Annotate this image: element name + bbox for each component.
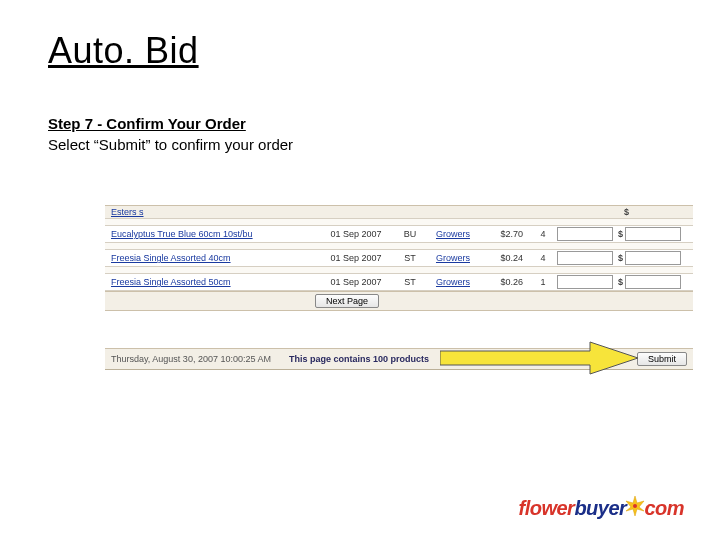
cell-units: 1 [529, 277, 557, 287]
cell-code: ST [395, 253, 425, 263]
pager-row: Next Page [105, 291, 693, 311]
table-row: Freesia Single Assorted 50cm 01 Sep 2007… [105, 273, 693, 291]
currency-symbol: $ [617, 229, 625, 239]
grower-link[interactable]: Growers [425, 277, 481, 287]
table-row: Eucalyptus True Blue 60cm 10st/bu 01 Sep… [105, 225, 693, 243]
currency-symbol: $ [623, 207, 631, 217]
status-bar: Thursday, August 30, 2007 10:00:25 AM Th… [105, 348, 693, 370]
logo: flowerbuyercom [519, 493, 685, 520]
product-link[interactable]: Freesia Single Assorted 40cm [107, 253, 317, 263]
grid-header-stub: Esters s $ [105, 205, 693, 219]
cell-code: ST [395, 277, 425, 287]
cell-price: $0.26 [481, 277, 529, 287]
table-row: Freesia Single Assorted 40cm 01 Sep 2007… [105, 249, 693, 267]
logo-part3: com [644, 497, 684, 519]
bid-input[interactable] [625, 251, 681, 265]
cell-units: 4 [529, 229, 557, 239]
submit-button[interactable]: Submit [637, 352, 687, 366]
currency-symbol: $ [617, 253, 625, 263]
cell-date: 01 Sep 2007 [317, 277, 395, 287]
cell-price: $2.70 [481, 229, 529, 239]
qty-input[interactable] [557, 275, 613, 289]
timestamp-text: Thursday, August 30, 2007 10:00:25 AM [111, 354, 271, 364]
logo-part2: buyer [574, 497, 626, 519]
product-link[interactable]: Eucalyptus True Blue 60cm 10st/bu [107, 229, 317, 239]
slide-title: Auto. Bid [48, 30, 199, 72]
step-heading: Step 7 - Confirm Your Order [48, 115, 246, 132]
header-stub-text: Esters s [107, 207, 317, 217]
currency-symbol: $ [617, 277, 625, 287]
cell-date: 01 Sep 2007 [317, 253, 395, 263]
bid-input[interactable] [625, 275, 681, 289]
logo-part1: flower [519, 497, 575, 519]
next-page-button[interactable]: Next Page [315, 294, 379, 308]
grower-link[interactable]: Growers [425, 229, 481, 239]
product-grid: Esters s $ Eucalyptus True Blue 60cm 10s… [105, 205, 693, 311]
grower-link[interactable]: Growers [425, 253, 481, 263]
cell-code: BU [395, 229, 425, 239]
cell-units: 4 [529, 253, 557, 263]
product-count-text: This page contains 100 products [289, 354, 429, 364]
star-icon [624, 495, 646, 522]
step-description: Select “Submit” to confirm your order [48, 136, 293, 153]
svg-point-2 [633, 504, 637, 508]
qty-input[interactable] [557, 251, 613, 265]
qty-input[interactable] [557, 227, 613, 241]
product-link[interactable]: Freesia Single Assorted 50cm [107, 277, 317, 287]
cell-date: 01 Sep 2007 [317, 229, 395, 239]
bid-input[interactable] [625, 227, 681, 241]
cell-price: $0.24 [481, 253, 529, 263]
